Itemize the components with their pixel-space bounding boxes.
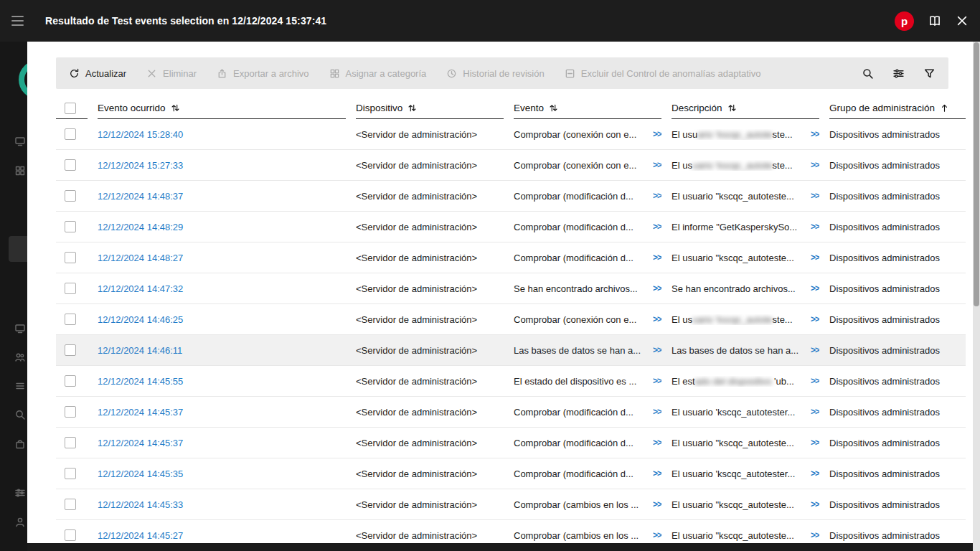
- close-icon[interactable]: [956, 14, 969, 27]
- expand-description-link[interactable]: >>: [811, 438, 819, 448]
- expand-description-link[interactable]: >>: [811, 283, 819, 293]
- table-row[interactable]: 12/12/2024 14:46:11<Servidor de administ…: [56, 335, 966, 366]
- row-checkbox-cell: [56, 159, 88, 171]
- row-checkbox[interactable]: [65, 252, 76, 263]
- row-checkbox[interactable]: [65, 221, 76, 232]
- table-row[interactable]: 12/12/2024 14:45:35<Servidor de administ…: [56, 458, 966, 489]
- users-icon[interactable]: [14, 352, 26, 363]
- expand-description-link[interactable]: >>: [811, 222, 819, 232]
- expand-event-link[interactable]: >>: [653, 283, 661, 293]
- expand-description-link[interactable]: >>: [811, 468, 819, 479]
- toolbar-button-actualizar[interactable]: Actualizar: [69, 68, 126, 79]
- expand-description-link[interactable]: >>: [811, 499, 819, 509]
- event-date-link[interactable]: 12/12/2024 14:48:29: [98, 222, 183, 232]
- expand-description-link[interactable]: >>: [811, 407, 819, 417]
- select-all-checkbox[interactable]: [65, 103, 76, 114]
- expand-event-link[interactable]: >>: [653, 222, 661, 232]
- dashboard-icon[interactable]: [14, 165, 26, 176]
- expand-event-link[interactable]: >>: [653, 499, 661, 509]
- help-book-icon[interactable]: [928, 14, 941, 27]
- toolbar-button-eliminar: Eliminar: [146, 68, 197, 79]
- event-date-link[interactable]: 12/12/2024 14:45:37: [98, 407, 183, 418]
- table-row[interactable]: 12/12/2024 14:48:29<Servidor de administ…: [56, 212, 966, 242]
- monitoring-icon[interactable]: [14, 136, 26, 147]
- table-row[interactable]: 12/12/2024 14:47:32<Servidor de administ…: [56, 273, 966, 304]
- toolbar-buttons: ActualizarEliminarExportar a archivoAsig…: [69, 68, 781, 79]
- event-date-link[interactable]: 12/12/2024 14:45:27: [98, 530, 183, 541]
- expand-event-link[interactable]: >>: [653, 407, 661, 417]
- expand-description-link[interactable]: >>: [811, 345, 819, 355]
- table-row[interactable]: 12/12/2024 15:28:40<Servidor de administ…: [56, 119, 966, 150]
- expand-description-link[interactable]: >>: [811, 376, 819, 386]
- expand-description-link[interactable]: >>: [811, 530, 819, 540]
- search-icon[interactable]: [862, 67, 874, 80]
- column-header-evento[interactable]: Evento: [514, 98, 661, 119]
- table-row[interactable]: 12/12/2024 15:27:33<Servidor de administ…: [56, 150, 966, 181]
- row-checkbox[interactable]: [65, 128, 76, 140]
- event-date-link[interactable]: 12/12/2024 15:27:33: [98, 160, 183, 171]
- expand-event-link[interactable]: >>: [653, 160, 661, 170]
- expand-description-link[interactable]: >>: [811, 253, 819, 263]
- filter-icon[interactable]: [923, 67, 936, 80]
- table-row[interactable]: 12/12/2024 14:45:37<Servidor de administ…: [56, 397, 966, 428]
- column-header-descripcion[interactable]: Descripción: [672, 98, 819, 119]
- expand-event-link[interactable]: >>: [653, 314, 661, 324]
- sidebar-selected-item[interactable]: [9, 236, 27, 262]
- column-header-dispositivo[interactable]: Dispositivo: [356, 98, 504, 119]
- event-date-link[interactable]: 12/12/2024 14:45:55: [98, 376, 183, 387]
- row-checkbox[interactable]: [65, 499, 76, 510]
- row-checkbox[interactable]: [65, 406, 76, 418]
- event-date-link[interactable]: 12/12/2024 14:45:35: [98, 468, 183, 479]
- row-checkbox[interactable]: [65, 314, 76, 325]
- row-checkbox[interactable]: [65, 437, 76, 448]
- row-checkbox[interactable]: [65, 375, 76, 387]
- repositories-icon[interactable]: [14, 380, 26, 392]
- event-date-link[interactable]: 12/12/2024 14:46:25: [98, 314, 183, 325]
- event-date-link[interactable]: 12/12/2024 14:45:37: [98, 438, 183, 448]
- row-checkbox[interactable]: [65, 468, 76, 479]
- row-checkbox[interactable]: [65, 159, 76, 171]
- row-checkbox[interactable]: [65, 529, 76, 541]
- expand-event-link[interactable]: >>: [653, 129, 661, 139]
- devices-icon[interactable]: [14, 323, 26, 334]
- toolbar-button-label: Asignar a categoría: [346, 68, 427, 79]
- search-nav-icon[interactable]: [14, 409, 26, 420]
- table-row[interactable]: 12/12/2024 14:45:27<Servidor de administ…: [56, 520, 966, 543]
- column-settings-icon[interactable]: [892, 67, 905, 80]
- expand-event-link[interactable]: >>: [653, 253, 661, 263]
- event-date-link[interactable]: 12/12/2024 14:47:32: [98, 283, 183, 294]
- settings-icon[interactable]: [14, 487, 26, 499]
- expand-event-link[interactable]: >>: [653, 376, 661, 386]
- vertical-scrollbar[interactable]: [973, 42, 980, 551]
- row-checkbox-cell: [56, 406, 88, 418]
- event-date-link[interactable]: 12/12/2024 14:46:11: [98, 345, 182, 356]
- marketplace-icon[interactable]: [14, 438, 26, 450]
- table-row[interactable]: 12/12/2024 14:45:55<Servidor de administ…: [56, 366, 966, 397]
- table-row[interactable]: 12/12/2024 14:46:25<Servidor de administ…: [56, 304, 966, 335]
- expand-event-link[interactable]: >>: [653, 468, 661, 479]
- event-date-link[interactable]: 12/12/2024 14:45:33: [98, 499, 183, 510]
- table-row[interactable]: 12/12/2024 14:45:33<Servidor de administ…: [56, 489, 966, 520]
- menu-icon[interactable]: [11, 16, 24, 26]
- column-header-grupo-de-administracion[interactable]: Grupo de administración: [829, 98, 966, 119]
- expand-event-link[interactable]: >>: [653, 345, 661, 355]
- expand-description-link[interactable]: >>: [811, 129, 819, 139]
- row-checkbox[interactable]: [65, 344, 76, 356]
- expand-event-link[interactable]: >>: [653, 438, 661, 448]
- expand-event-link[interactable]: >>: [653, 530, 661, 540]
- table-row[interactable]: 12/12/2024 14:48:27<Servidor de administ…: [56, 242, 966, 273]
- table-row[interactable]: 12/12/2024 14:45:37<Servidor de administ…: [56, 428, 966, 458]
- table-row[interactable]: 12/12/2024 14:48:37<Servidor de administ…: [56, 181, 966, 212]
- column-header-evento-ocurrido[interactable]: Evento ocurrido: [98, 98, 346, 119]
- expand-description-link[interactable]: >>: [811, 160, 819, 170]
- scrollbar-thumb[interactable]: [974, 42, 979, 306]
- event-date-link[interactable]: 12/12/2024 14:48:37: [98, 191, 183, 202]
- row-checkbox[interactable]: [65, 283, 76, 294]
- row-checkbox[interactable]: [65, 190, 76, 202]
- expand-event-link[interactable]: >>: [653, 191, 661, 201]
- event-date-link[interactable]: 12/12/2024 14:48:27: [98, 253, 183, 263]
- event-date-link[interactable]: 12/12/2024 15:28:40: [98, 129, 183, 140]
- expand-description-link[interactable]: >>: [811, 314, 819, 324]
- account-icon[interactable]: [14, 517, 26, 528]
- expand-description-link[interactable]: >>: [811, 191, 819, 201]
